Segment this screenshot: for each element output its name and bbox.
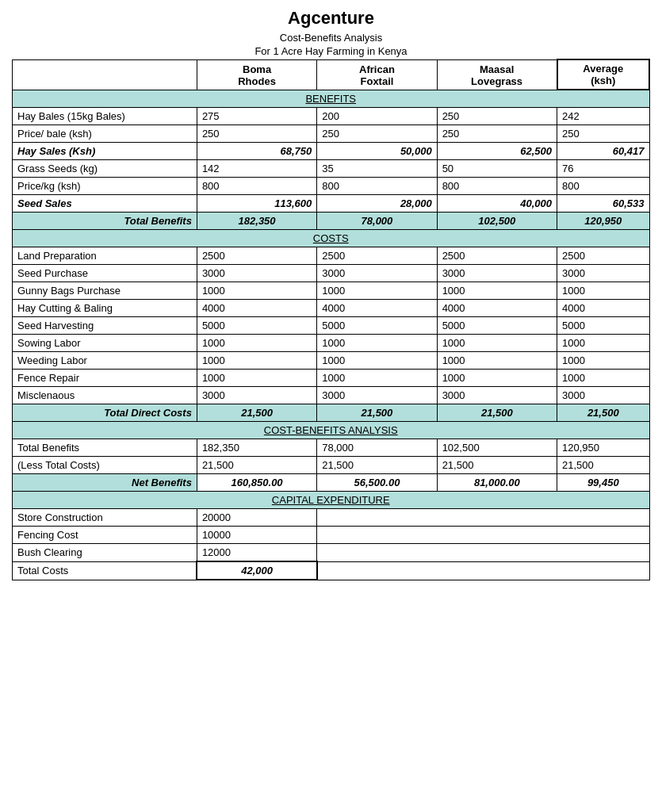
row-value: 78,000 — [317, 439, 437, 457]
total-value: 21,500 — [317, 404, 437, 422]
table-row: Seed Sales113,60028,00040,00060,533 — [13, 195, 650, 213]
row-label: Total Benefits — [13, 439, 197, 457]
row-value: 4000 — [197, 300, 316, 317]
row-value: 800 — [197, 178, 316, 195]
row-value: 21,500 — [317, 457, 437, 474]
capital-empty — [317, 544, 649, 562]
row-value: 5000 — [197, 317, 316, 335]
row-value: 28,000 — [317, 195, 437, 213]
row-value: 1000 — [317, 352, 437, 370]
total-value: 182,350 — [197, 213, 316, 230]
row-value: 21,500 — [557, 457, 649, 474]
section-header-label: CAPITAL EXPENDITURE — [13, 492, 650, 509]
row-value: 4000 — [437, 300, 557, 317]
row-value: 5000 — [557, 317, 649, 335]
row-value: 1000 — [557, 370, 649, 387]
subtitle2: For 1 Acre Hay Farming in Kenya — [12, 45, 650, 57]
row-label: Price/kg (ksh) — [13, 178, 197, 195]
row-value: 50,000 — [317, 143, 437, 160]
row-label: Seed Harvesting — [13, 317, 197, 335]
row-value: 2500 — [557, 247, 649, 265]
row-label: Hay Bales (15kg Bales) — [13, 108, 197, 125]
total-label: Total Benefits — [13, 213, 197, 230]
row-value: 62,500 — [437, 143, 557, 160]
row-value: 3000 — [437, 265, 557, 282]
row-label: Misclenaous — [13, 387, 197, 404]
header-maasal: MaasalLovegrass — [437, 59, 557, 90]
row-value: 21,500 — [197, 457, 316, 474]
row-value: 35 — [317, 160, 437, 178]
table-row: Seed Harvesting5000500050005000 — [13, 317, 650, 335]
row-value: 275 — [197, 108, 316, 125]
total-costs-label: Total Costs — [13, 561, 197, 580]
row-label: Seed Purchase — [13, 265, 197, 282]
net-benefits-value: 56,500.00 — [317, 474, 437, 492]
row-value: 800 — [317, 178, 437, 195]
row-value: 40,000 — [437, 195, 557, 213]
row-value: 1000 — [197, 370, 316, 387]
section-header-row: CAPITAL EXPENDITURE — [13, 492, 650, 509]
capital-label: Bush Clearing — [13, 544, 197, 562]
row-value: 250 — [437, 108, 557, 125]
table-row: Price/ bale (ksh)250250250250 — [13, 125, 650, 143]
table-row: Hay Cutting & Baling4000400040004000 — [13, 300, 650, 317]
row-label: (Less Total Costs) — [13, 457, 197, 474]
row-value: 800 — [557, 178, 649, 195]
row-value: 1000 — [197, 352, 316, 370]
total-row: Total Benefits182,35078,000102,500120,95… — [13, 213, 650, 230]
capital-value: 10000 — [197, 527, 316, 544]
row-value: 1000 — [557, 352, 649, 370]
row-value: 3000 — [197, 265, 316, 282]
header-average: Average(ksh) — [557, 59, 649, 90]
net-benefits-value: 81,000.00 — [437, 474, 557, 492]
subtitle1: Cost-Benefits Analysis — [12, 32, 650, 44]
row-value: 76 — [557, 160, 649, 178]
section-header-row: BENEFITS — [13, 90, 650, 108]
capital-empty — [317, 527, 649, 544]
table-row: Land Preparation2500250025002500 — [13, 247, 650, 265]
row-value: 50 — [437, 160, 557, 178]
row-value: 3000 — [557, 387, 649, 404]
total-costs-empty — [317, 561, 649, 580]
row-value: 1000 — [317, 282, 437, 300]
net-benefits-row: Net Benefits160,850.0056,500.0081,000.00… — [13, 474, 650, 492]
row-value: 1000 — [437, 370, 557, 387]
header-boma: BomaRhodes — [197, 59, 316, 90]
header-african: AfricanFoxtail — [317, 59, 437, 90]
table-row: Price/kg (ksh)800800800800 — [13, 178, 650, 195]
row-value: 3000 — [437, 387, 557, 404]
table-row: Fence Repair1000100010001000 — [13, 370, 650, 387]
total-costs-row: Total Costs42,000 — [13, 561, 650, 580]
row-label: Fence Repair — [13, 370, 197, 387]
row-value: 3000 — [557, 265, 649, 282]
row-value: 250 — [197, 125, 316, 143]
row-value: 2500 — [197, 247, 316, 265]
row-value: 4000 — [557, 300, 649, 317]
row-label: Seed Sales — [13, 195, 197, 213]
row-value: 113,600 — [197, 195, 316, 213]
row-label: Weeding Labor — [13, 352, 197, 370]
table-row: Misclenaous3000300030003000 — [13, 387, 650, 404]
row-value: 1000 — [557, 335, 649, 352]
table-header: BomaRhodes AfricanFoxtail MaasalLovegras… — [13, 59, 650, 90]
capital-label: Fencing Cost — [13, 527, 197, 544]
row-value: 21,500 — [437, 457, 557, 474]
row-value: 1000 — [437, 352, 557, 370]
section-header-row: COST-BENEFITS ANALYSIS — [13, 422, 650, 439]
total-costs-value: 42,000 — [197, 561, 316, 580]
row-value: 68,750 — [197, 143, 316, 160]
net-benefits-label: Net Benefits — [13, 474, 197, 492]
row-value: 200 — [317, 108, 437, 125]
table-row: (Less Total Costs)21,50021,50021,50021,5… — [13, 457, 650, 474]
capital-row: Store Construction20000 — [13, 509, 650, 527]
row-label: Hay Sales (Ksh) — [13, 143, 197, 160]
table-row: Hay Sales (Ksh)68,75050,00062,50060,417 — [13, 143, 650, 160]
net-benefits-value: 160,850.00 — [197, 474, 316, 492]
row-value: 3000 — [317, 387, 437, 404]
row-value: 2500 — [317, 247, 437, 265]
capital-value: 12000 — [197, 544, 316, 562]
section-header-label: COST-BENEFITS ANALYSIS — [13, 422, 650, 439]
row-value: 250 — [437, 125, 557, 143]
total-value: 102,500 — [437, 213, 557, 230]
row-value: 1000 — [557, 282, 649, 300]
